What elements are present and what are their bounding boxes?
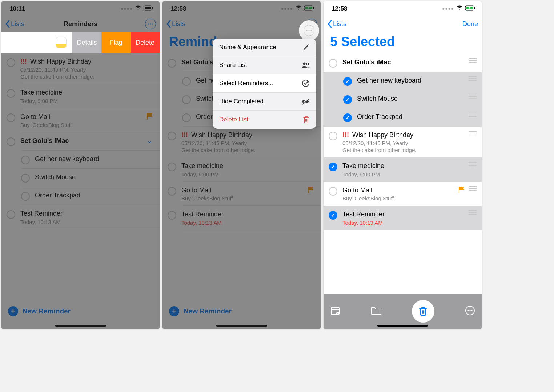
menu-delete-list[interactable]: Delete List bbox=[213, 111, 316, 129]
completion-circle[interactable] bbox=[168, 163, 176, 171]
reminder-row[interactable]: Take medicineToday, 9:00 PM bbox=[1, 84, 160, 108]
status-time: 12:58 bbox=[332, 5, 347, 12]
reminder-row-selectable[interactable]: Test ReminderToday, 10:13 AM bbox=[324, 206, 482, 230]
back-button[interactable]: Lists bbox=[327, 20, 346, 28]
nav-bar: Lists bbox=[162, 16, 321, 32]
wifi-icon bbox=[135, 5, 141, 12]
reminder-row-selectable[interactable]: Take medicineToday, 9:00 PM bbox=[324, 157, 482, 181]
battery-icon bbox=[144, 5, 154, 12]
home-indicator bbox=[377, 325, 428, 327]
completion-circle[interactable] bbox=[182, 95, 191, 104]
reminder-row-selectable[interactable]: Set Golu's iMac bbox=[324, 54, 482, 72]
selection-circle[interactable] bbox=[329, 187, 337, 196]
completion-circle[interactable] bbox=[21, 174, 30, 183]
toolbar-calendar-icon[interactable] bbox=[330, 305, 340, 317]
drag-handle-icon[interactable] bbox=[469, 58, 477, 63]
new-reminder-button[interactable]: + New Reminder bbox=[169, 306, 232, 316]
back-button[interactable]: Lists bbox=[166, 20, 185, 28]
new-reminder-button[interactable]: + New Reminder bbox=[8, 306, 71, 316]
menu-share-list[interactable]: Share List bbox=[213, 56, 316, 74]
chevron-down-icon[interactable]: ⌄ bbox=[147, 137, 152, 145]
reminder-subtitle: 05/12/20, 11:45 PM, Yearly bbox=[20, 67, 154, 73]
reminder-row-selectable[interactable]: !!! Wish Happy Birthday05/12/20, 11:45 P… bbox=[324, 127, 482, 157]
svg-rect-1 bbox=[145, 7, 151, 9]
selection-circle[interactable] bbox=[329, 163, 337, 171]
menu-hide-completed[interactable]: Hide Completed bbox=[213, 93, 316, 111]
reminder-title: Get her new keyboard bbox=[35, 155, 154, 163]
swipe-details-button[interactable]: Details bbox=[72, 32, 101, 53]
flag-icon bbox=[458, 186, 465, 195]
reminder-title: Order Trackpad bbox=[35, 191, 154, 200]
drag-handle-icon[interactable] bbox=[469, 186, 477, 191]
reminder-title: Get her new keyboard bbox=[357, 76, 469, 85]
completion-circle[interactable] bbox=[7, 58, 15, 67]
svg-rect-8 bbox=[313, 7, 314, 9]
trash-icon[interactable] bbox=[419, 307, 427, 316]
reminder-row-selectable[interactable]: Get her new keyboard bbox=[324, 72, 482, 90]
menu-name-appearance[interactable]: Name & Appearance bbox=[213, 39, 316, 56]
menu-select-reminders[interactable]: Select Reminders... bbox=[213, 74, 316, 93]
reminder-row[interactable]: Go to MallBuy iGeeksBlog Stuff bbox=[1, 108, 160, 132]
drag-handle-icon[interactable] bbox=[469, 162, 477, 166]
selection-circle[interactable] bbox=[343, 77, 352, 86]
reminder-row-selectable[interactable]: Switch Mouse bbox=[324, 90, 482, 108]
reminder-row[interactable]: Take medicineToday, 9:00 PM bbox=[162, 157, 321, 181]
screen-swipe-actions: 10:11 ●●●● Lists Reminders Details Flag … bbox=[1, 1, 160, 329]
reminder-row[interactable]: Test ReminderToday, 10:13 AM bbox=[1, 205, 160, 229]
reminder-list: !!! Wish Happy Birthday05/12/20, 11:45 P… bbox=[1, 53, 160, 229]
reminder-subtitle: 05/12/20, 11:45 PM, Yearly bbox=[181, 140, 316, 146]
reminder-title: !!! Wish Happy Birthday bbox=[342, 131, 469, 139]
reminder-row[interactable]: Switch Mouse bbox=[1, 169, 160, 187]
more-button-highlight bbox=[299, 20, 319, 41]
completion-circle[interactable] bbox=[7, 89, 15, 98]
completion-circle[interactable] bbox=[182, 77, 191, 86]
toolbar-move-icon[interactable] bbox=[371, 306, 382, 316]
reminder-row[interactable]: Test ReminderToday, 10:13 AM bbox=[162, 206, 321, 230]
selection-circle[interactable] bbox=[343, 95, 352, 104]
done-button[interactable]: Done bbox=[462, 20, 478, 28]
reminder-row[interactable]: !!! Wish Happy Birthday05/12/20, 11:45 P… bbox=[162, 127, 321, 157]
completion-circle[interactable] bbox=[168, 132, 176, 140]
reminder-title: !!! Wish Happy Birthday bbox=[20, 57, 154, 66]
nav-bar: Lists Done bbox=[324, 16, 482, 32]
completion-circle[interactable] bbox=[7, 113, 15, 122]
reminder-row[interactable]: Get her new keyboard bbox=[1, 151, 160, 169]
selection-circle[interactable] bbox=[343, 113, 352, 122]
swipe-flag-button[interactable]: Flag bbox=[101, 32, 131, 53]
battery-charging-icon bbox=[465, 5, 476, 12]
swipe-delete-button[interactable]: Delete bbox=[131, 32, 160, 53]
completion-circle[interactable] bbox=[7, 137, 15, 146]
completion-circle[interactable] bbox=[21, 192, 30, 201]
selection-circle[interactable] bbox=[329, 132, 337, 140]
reminder-note: Buy iGeeksBlog Stuff bbox=[181, 195, 308, 201]
reminder-row[interactable]: Set Golu's iMac⌄ bbox=[1, 132, 160, 151]
drag-handle-icon[interactable] bbox=[469, 76, 477, 81]
more-button-overlay[interactable] bbox=[304, 25, 314, 36]
reminder-row[interactable]: Go to MallBuy iGeeksBlog Stuff bbox=[162, 182, 321, 206]
svg-point-5 bbox=[152, 23, 153, 24]
drag-handle-icon[interactable] bbox=[469, 210, 477, 215]
reminder-row[interactable]: !!! Wish Happy Birthday05/12/20, 11:45 P… bbox=[1, 53, 160, 84]
selection-circle[interactable] bbox=[329, 59, 337, 68]
status-bar: 12:58 ●●●● bbox=[324, 1, 482, 16]
completion-circle[interactable] bbox=[168, 187, 176, 196]
completion-circle[interactable] bbox=[21, 156, 30, 164]
status-time: 12:58 bbox=[170, 5, 186, 12]
drag-handle-icon[interactable] bbox=[469, 113, 477, 117]
selection-circle[interactable] bbox=[329, 211, 337, 220]
drag-handle-icon[interactable] bbox=[469, 131, 477, 135]
reminder-row-selectable[interactable]: Go to MallBuy iGeeksBlog Stuff bbox=[324, 182, 482, 206]
completion-circle[interactable] bbox=[168, 211, 176, 220]
reminder-row-selectable[interactable]: Order Trackpad bbox=[324, 108, 482, 127]
more-button[interactable] bbox=[145, 19, 156, 29]
drag-handle-icon[interactable] bbox=[469, 95, 477, 99]
completion-circle[interactable] bbox=[168, 59, 176, 68]
reminder-row[interactable]: Order Trackpad bbox=[1, 187, 160, 205]
reminder-subtitle: Today, 9:00 PM bbox=[181, 171, 316, 177]
wifi-icon bbox=[456, 5, 463, 12]
completion-circle[interactable] bbox=[182, 113, 191, 122]
completion-circle[interactable] bbox=[7, 210, 15, 219]
nav-right bbox=[145, 16, 156, 32]
toolbar-more-icon[interactable] bbox=[465, 305, 475, 317]
reminder-subtitle: Today, 10:13 AM bbox=[342, 220, 469, 226]
